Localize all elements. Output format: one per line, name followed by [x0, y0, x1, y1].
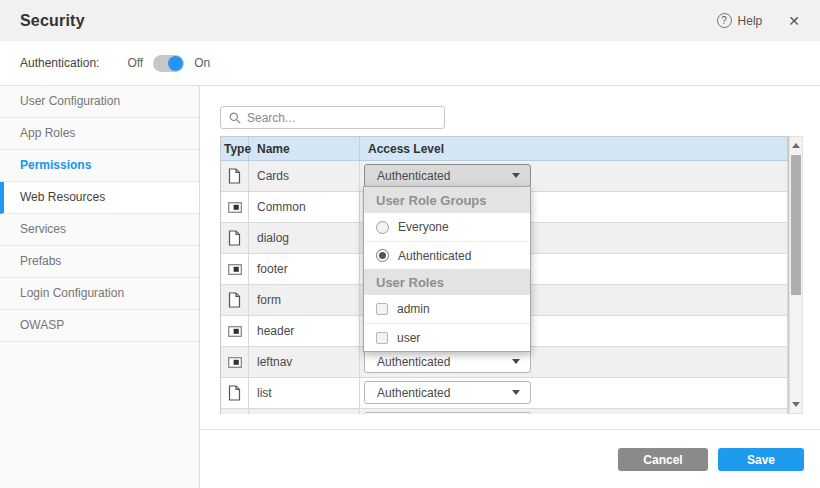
access-level-select[interactable]: Authenticated	[364, 350, 531, 373]
table-header-row: Type Name Access Level	[221, 137, 788, 161]
sidebar-item-web-resources[interactable]: Web Resources	[0, 182, 199, 214]
sidebar-item-permissions[interactable]: Permissions	[0, 150, 199, 182]
resource-name: footer	[249, 254, 360, 284]
search-input[interactable]	[247, 111, 436, 125]
resource-name: header	[249, 316, 360, 346]
authentication-label: Authentication:	[20, 56, 99, 70]
resource-type-icon	[221, 347, 249, 377]
scroll-up-icon[interactable]	[792, 143, 800, 148]
resource-type-icon	[221, 409, 249, 414]
access-level-select[interactable]: Authenticated	[364, 164, 531, 187]
main-panel: Type Name Access Level Cards Authenticat…	[200, 86, 820, 488]
resource-name	[249, 409, 360, 414]
table-row	[221, 409, 788, 414]
authentication-bar: Authentication: Off On	[0, 41, 820, 86]
dropdown-group-header: User Role Groups	[364, 187, 530, 213]
sidebar-item-user-configuration[interactable]: User Configuration	[0, 86, 199, 118]
help-button[interactable]: ? Help	[717, 13, 763, 28]
column-header-name: Name	[249, 137, 360, 160]
resource-type-icon	[221, 192, 249, 222]
close-icon[interactable]: ✕	[788, 13, 800, 29]
column-header-type: Type	[221, 137, 249, 160]
resource-type-icon	[221, 161, 249, 191]
save-button[interactable]: Save	[718, 448, 804, 471]
footer-divider	[200, 429, 820, 430]
resource-type-icon	[221, 223, 249, 253]
resources-table: Type Name Access Level Cards Authenticat…	[220, 136, 803, 414]
radio-icon	[376, 221, 389, 234]
help-label: Help	[738, 14, 763, 28]
sidebar-item-prefabs[interactable]: Prefabs	[0, 246, 199, 278]
dropdown-group-header: User Roles	[364, 269, 530, 295]
page-title: Security	[20, 12, 717, 30]
column-header-access-level: Access Level	[360, 137, 788, 160]
option-authenticated[interactable]: Authenticated	[364, 241, 530, 269]
search-icon	[229, 112, 241, 124]
resource-name: list	[249, 378, 360, 408]
resource-name: Cards	[249, 161, 360, 191]
resource-name: dialog	[249, 223, 360, 253]
cancel-button[interactable]: Cancel	[618, 448, 708, 471]
resource-type-icon	[221, 316, 249, 346]
resource-type-icon	[221, 285, 249, 315]
sidebar: User Configuration App Roles Permissions…	[0, 86, 200, 488]
resource-type-icon	[221, 378, 249, 408]
chevron-down-icon	[512, 173, 520, 178]
access-level-select[interactable]: Authenticated	[364, 381, 531, 404]
sidebar-item-app-roles[interactable]: App Roles	[0, 118, 199, 150]
access-level-dropdown-panel: User Role Groups Everyone Authenticated …	[363, 186, 531, 352]
sidebar-item-owasp[interactable]: OWASP	[0, 310, 199, 342]
option-everyone[interactable]: Everyone	[364, 213, 530, 241]
resource-name: Common	[249, 192, 360, 222]
authentication-toggle[interactable]	[153, 55, 184, 72]
resource-name: form	[249, 285, 360, 315]
option-user[interactable]: user	[364, 323, 530, 351]
chevron-down-icon	[512, 390, 520, 395]
access-level-select[interactable]	[364, 412, 531, 414]
toggle-knob	[168, 56, 183, 71]
chevron-down-icon	[512, 359, 520, 364]
option-admin[interactable]: admin	[364, 295, 530, 323]
resource-name: leftnav	[249, 347, 360, 377]
toggle-on-label: On	[194, 56, 210, 70]
radio-icon	[376, 249, 389, 262]
scrollbar-thumb[interactable]	[791, 155, 801, 295]
help-icon: ?	[717, 13, 732, 28]
scroll-down-icon[interactable]	[792, 402, 800, 407]
table-row: list Authenticated	[221, 378, 788, 409]
security-window: Security ? Help ✕ Authentication: Off On…	[0, 0, 820, 488]
table-scrollbar[interactable]	[789, 136, 803, 414]
sidebar-item-services[interactable]: Services	[0, 214, 199, 246]
checkbox-icon	[376, 303, 388, 315]
resource-type-icon	[221, 254, 249, 284]
checkbox-icon	[376, 332, 388, 344]
titlebar: Security ? Help ✕	[0, 0, 820, 41]
sidebar-item-login-configuration[interactable]: Login Configuration	[0, 278, 199, 310]
toggle-off-label: Off	[127, 56, 143, 70]
search-box	[220, 106, 445, 129]
